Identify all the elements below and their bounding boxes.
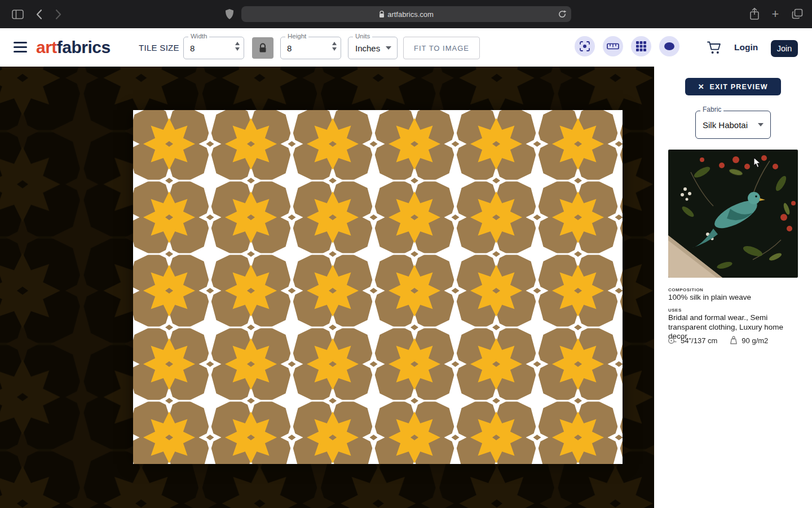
composition-value: 100% silk in plain weave [668, 293, 751, 303]
units-select[interactable]: Units Inches [348, 37, 398, 59]
center-focus-icon [579, 41, 590, 52]
forward-icon[interactable] [55, 9, 62, 20]
focus-tool-button[interactable] [575, 36, 595, 56]
spec-row: 54"/137 cm 90 g/m2 [668, 336, 768, 345]
app-header: artfabrics TILE SIZE Width Height Units … [0, 28, 812, 67]
lock-icon [258, 43, 267, 53]
cart-icon [707, 41, 722, 55]
logo-fabrics: fabrics [57, 38, 111, 56]
fabric-select[interactable]: Fabric Silk Habotai [695, 111, 771, 139]
units-select-label: Units [353, 33, 372, 40]
url-bar[interactable]: artfabrics.com [241, 6, 571, 22]
width-spec: 54"/137 cm [668, 336, 717, 345]
ruler-icon [607, 42, 619, 50]
uses-label: USES [668, 308, 682, 313]
exit-preview-button[interactable]: × EXIT PREVIEW [685, 78, 781, 95]
swatch-tool-button[interactable] [659, 36, 679, 56]
fabric-select-value: Silk Habotai [703, 120, 748, 130]
aspect-lock-button[interactable] [252, 37, 273, 59]
logo-art: art [36, 38, 57, 56]
pattern-canvas[interactable] [0, 67, 654, 508]
height-stepper[interactable] [332, 42, 337, 51]
new-tab-icon[interactable]: + [770, 7, 780, 21]
width-spec-value: 54"/137 cm [681, 336, 717, 345]
grid-icon [636, 41, 646, 51]
menu-icon[interactable] [14, 42, 27, 52]
login-link[interactable]: Login [734, 42, 758, 52]
grid-tool-button[interactable] [631, 36, 651, 56]
height-input[interactable] [287, 38, 323, 58]
cart-button[interactable] [707, 41, 722, 57]
share-icon[interactable] [749, 7, 760, 20]
measuring-tape-icon [668, 336, 677, 345]
swatch-icon [664, 42, 675, 51]
browser-toolbar: artfabrics.com + [0, 0, 812, 28]
app-window: artfabrics.com + artfabrics TILE SIZE Wi… [0, 0, 812, 508]
plus-glyph: + [772, 8, 779, 20]
fit-to-image-button[interactable]: FIT TO IMAGE [403, 37, 480, 59]
chevron-down-icon [758, 123, 764, 126]
height-field[interactable]: Height [280, 37, 341, 59]
chevron-down-icon [386, 46, 391, 50]
tab-overview-icon[interactable] [792, 8, 803, 19]
weight-spec: 90 g/m2 [730, 336, 768, 345]
ruler-tool-button[interactable] [603, 36, 623, 56]
logo[interactable]: artfabrics [36, 38, 111, 57]
fabric-select-label: Fabric [700, 106, 723, 113]
join-button[interactable]: Join [771, 40, 798, 57]
tile-pattern [133, 110, 623, 464]
sidebar-toggle-icon[interactable] [12, 10, 24, 19]
units-value: Inches [355, 43, 380, 53]
fabric-photo[interactable] [668, 150, 798, 278]
shield-icon[interactable] [225, 8, 234, 20]
weight-spec-value: 90 g/m2 [742, 336, 768, 345]
exit-preview-label: EXIT PREVIEW [709, 83, 767, 91]
fabric-preview-panel: × EXIT PREVIEW Fabric Silk Habotai [654, 67, 812, 508]
close-icon: × [698, 82, 704, 91]
width-field-label: Width [188, 33, 209, 40]
back-icon[interactable] [36, 9, 42, 20]
tile-preview[interactable] [133, 110, 623, 464]
reload-icon[interactable] [558, 10, 567, 20]
width-stepper[interactable] [235, 42, 240, 51]
url-text: artfabrics.com [387, 10, 434, 19]
width-field[interactable]: Width [183, 37, 244, 59]
height-field-label: Height [285, 33, 308, 40]
lock-icon [379, 11, 385, 18]
width-input[interactable] [190, 38, 226, 58]
weight-icon [730, 336, 738, 345]
tile-size-label: TILE SIZE [139, 43, 179, 52]
composition-label: COMPOSITION [668, 287, 703, 292]
fabric-photo-image [668, 150, 798, 278]
